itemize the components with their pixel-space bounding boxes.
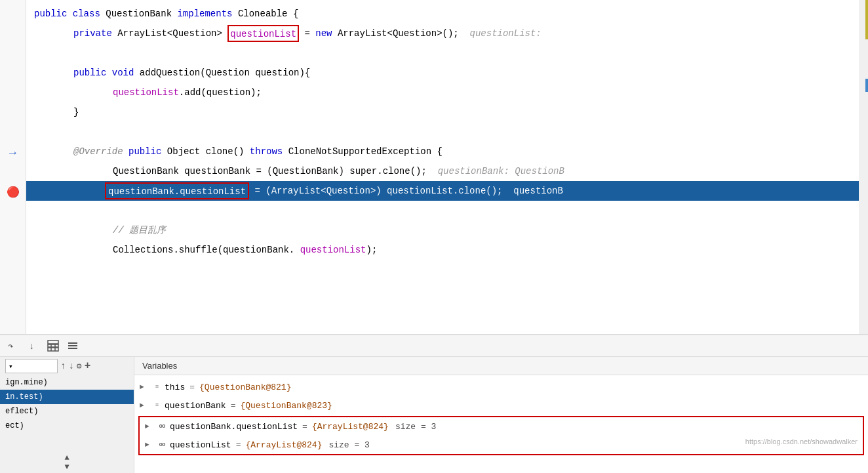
code-line-13: Collections.shuffle(questionBank. questi… bbox=[34, 240, 859, 260]
gutter-line-5 bbox=[0, 84, 26, 104]
code-line-9: QuestionBank questionBank = (QuestionBan… bbox=[34, 161, 859, 181]
step-into-button[interactable]: ↓ bbox=[26, 339, 41, 353]
gutter-debug-icon: 🔴 bbox=[0, 182, 26, 202]
call-stack-row-2[interactable]: in.test) bbox=[0, 390, 134, 404]
add-button[interactable]: + bbox=[85, 360, 91, 372]
qbank-questionlist-highlight: questionBank.questionList bbox=[105, 182, 249, 199]
code-line-5: questionList .add(question); bbox=[34, 83, 859, 102]
var-row-qbank-qlist[interactable]: ► oo questionBank.questionList = {ArrayL… bbox=[140, 417, 863, 436]
thread-view-button[interactable] bbox=[66, 339, 80, 353]
variables-panel-outer: ▾ ↑ ↓ ⚙ + ign.mine) in.test) eflect) ect… bbox=[0, 357, 868, 473]
expand-qbank-qlist[interactable]: ► bbox=[145, 422, 154, 430]
var-icon-qlist: oo bbox=[157, 441, 167, 449]
svg-text:↓: ↓ bbox=[29, 341, 34, 352]
scrollbar-marker-blue bbox=[865, 79, 868, 92]
debug-toolbar: ↷ ↓ bbox=[0, 335, 868, 357]
svg-rect-2 bbox=[48, 340, 58, 344]
code-line-3 bbox=[34, 43, 859, 63]
gutter-line-9 bbox=[0, 163, 26, 182]
variables-content: ► ≡ this = {QuestionBank@821} ► ≡ questi… bbox=[134, 375, 868, 459]
variables-panel: Variables ► ≡ this = {QuestionBank@821} … bbox=[134, 357, 868, 473]
code-line-11 bbox=[34, 201, 859, 220]
editor-scrollbar[interactable] bbox=[859, 0, 868, 334]
expand-this[interactable]: ► bbox=[140, 383, 149, 391]
var-icon-qbank-qlist: oo bbox=[157, 422, 167, 430]
code-lines: public class QuestionBank implements Clo… bbox=[26, 0, 859, 334]
expand-qbank[interactable]: ► bbox=[140, 401, 149, 409]
step-over-button[interactable]: ↷ bbox=[7, 339, 21, 353]
variables-header: Variables bbox=[134, 357, 868, 375]
gutter-line-13 bbox=[0, 241, 26, 261]
nav-down-button[interactable]: ↓ bbox=[68, 361, 73, 371]
code-line-1: public class QuestionBank implements Clo… bbox=[34, 4, 859, 24]
call-stack-panel: ▾ ↑ ↓ ⚙ + ign.mine) in.test) eflect) ect… bbox=[0, 357, 134, 473]
scroll-up-arrow[interactable]: ▲ bbox=[64, 453, 69, 463]
call-stack-row-1[interactable]: ign.mine) bbox=[0, 375, 134, 390]
code-line-8: @Override public Object clone() throws C… bbox=[34, 142, 859, 161]
gutter-line-11 bbox=[0, 202, 26, 222]
gutter-line-4 bbox=[0, 64, 26, 84]
variables-boxed-group: ► oo questionBank.questionList = {ArrayL… bbox=[138, 416, 864, 455]
main-container: → 🔴 public class QuestionBank bbox=[0, 0, 868, 473]
gutter: → 🔴 bbox=[0, 0, 26, 334]
svg-rect-6 bbox=[48, 348, 58, 351]
call-stack-dropdown[interactable]: ▾ bbox=[5, 359, 58, 373]
code-line-10: questionBank.questionList = (ArrayList<Q… bbox=[26, 181, 859, 201]
gutter-line-8: → bbox=[0, 143, 26, 163]
gutter-line-6 bbox=[0, 104, 26, 123]
questionlist-highlight: questionList bbox=[227, 25, 299, 42]
call-stack-row-3[interactable]: eflect) bbox=[0, 404, 134, 419]
expand-qlist[interactable]: ► bbox=[145, 441, 154, 449]
call-stack-row-4[interactable]: ect) bbox=[0, 419, 134, 433]
svg-rect-3 bbox=[48, 344, 58, 347]
code-line-4: public void addQuestion(Question questio… bbox=[34, 63, 859, 83]
table-view-button[interactable] bbox=[46, 339, 60, 353]
var-row-this[interactable]: ► ≡ this = {QuestionBank@821} bbox=[134, 378, 868, 396]
var-icon-this: ≡ bbox=[151, 383, 162, 391]
code-line-6: } bbox=[34, 102, 859, 122]
var-icon-qbank: ≡ bbox=[151, 401, 162, 409]
code-line-7 bbox=[34, 122, 859, 142]
nav-up-button[interactable]: ↑ bbox=[60, 361, 66, 371]
code-line-2: private ArrayList<Question> questionList… bbox=[34, 24, 859, 43]
code-editor: → 🔴 public class QuestionBank bbox=[0, 0, 868, 335]
watermark: https://blog.csdn.net/showadwalker bbox=[745, 438, 858, 445]
call-stack-items: ign.mine) in.test) eflect) ect) bbox=[0, 375, 134, 452]
code-line-12: // 题目乱序 bbox=[34, 220, 859, 240]
var-row-questionbank[interactable]: ► ≡ questionBank = {QuestionBank@823} bbox=[134, 396, 868, 415]
filter-button[interactable]: ⚙ bbox=[77, 361, 82, 371]
gutter-line-12 bbox=[0, 222, 26, 241]
scroll-down-arrow[interactable]: ▼ bbox=[64, 463, 69, 472]
gutter-line-1 bbox=[0, 5, 26, 25]
gutter-line-3 bbox=[0, 45, 26, 64]
gutter-line-7 bbox=[0, 123, 26, 143]
gutter-line-2 bbox=[0, 25, 26, 45]
svg-text:↷: ↷ bbox=[8, 341, 14, 352]
scrollbar-marker-yellow bbox=[865, 0, 868, 39]
